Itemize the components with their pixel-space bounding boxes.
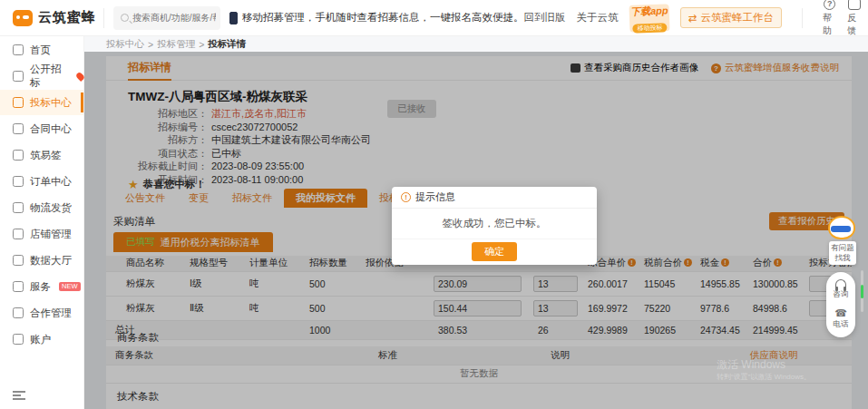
sidebar-item-logistics[interactable]: 物流发货 — [0, 195, 83, 220]
windows-watermark: 激活 Windows 转到“设置”以激活 Windows。 — [717, 358, 811, 384]
sidebar-item-bid-center[interactable]: 投标中心 — [0, 90, 83, 115]
sidebar-item-services[interactable]: 服务 NEW — [0, 274, 83, 299]
headset-icon — [835, 279, 846, 287]
logo-bee-icon — [13, 10, 33, 26]
notice-dialog: ! 提示信息 签收成功，您已中标。 确定 — [392, 187, 597, 265]
help-bubble-line2: 找我 — [829, 253, 856, 263]
breadcrumb-item[interactable]: 投标管理 — [157, 38, 195, 51]
consult-button[interactable]: 咨询 — [834, 279, 849, 300]
sidebar-nav: 首页 公开招标 投标中心 合同中心 筑易签 订单中心 物流发货 — [0, 36, 84, 409]
feedback-button[interactable]: 反馈 — [847, 0, 861, 37]
download-app-badge[interactable]: 下载app 移动投标 — [629, 4, 669, 33]
feedback-icon — [848, 0, 861, 10]
sidebar-item-order-center[interactable]: 订单中心 — [0, 169, 83, 194]
new-badge: NEW — [59, 282, 81, 291]
workbench-pill[interactable]: ⇄ 云筑蜜蜂工作台 — [680, 7, 782, 28]
promo-banner: 移动招募管理，手机随时查看招募信息，一键报名高效便捷。 — [229, 11, 524, 24]
sidebar-item-label: 店铺管理 — [30, 228, 72, 241]
breadcrumb-separator: > — [199, 39, 204, 50]
contact-pill: 咨询 ☎ 电话 — [826, 272, 855, 337]
dialog-message: 签收成功，您已中标。 — [392, 209, 597, 239]
shop-icon — [13, 229, 24, 239]
sidebar-item-public-bidding[interactable]: 公开招标 — [0, 63, 83, 89]
sidebar-item-account[interactable]: 账户 — [0, 326, 83, 352]
data-icon — [13, 255, 24, 266]
sidebar-item-label: 合同中心 — [30, 122, 72, 136]
dialog-footer: 确定 — [392, 239, 597, 263]
workbench-label: 云筑蜜蜂工作台 — [701, 11, 775, 24]
sidebar-item-shop-management[interactable]: 店铺管理 — [0, 221, 83, 247]
download-app-label: 下载app — [629, 4, 669, 18]
target-icon — [13, 97, 24, 108]
back-to-old-link[interactable]: 回到旧版 — [524, 11, 566, 24]
sidebar-item-label: 物流发货 — [30, 201, 72, 215]
dialog-title: 提示信息 — [415, 190, 455, 204]
search-icon — [121, 14, 129, 22]
phone-label: 电话 — [834, 319, 849, 330]
sidebar-item-label: 数据大厅 — [30, 254, 72, 268]
help-bubble[interactable]: 有问题 找我 — [829, 241, 856, 265]
widget-scrollbar[interactable] — [861, 270, 863, 312]
sidebar-item-label: 投标中心 — [30, 96, 72, 110]
sidebar-item-label: 合作管理 — [30, 307, 72, 320]
help-icon: ? — [824, 0, 835, 10]
sidebar-item-esign[interactable]: 筑易签 — [0, 142, 83, 168]
feedback-label: 反馈 — [847, 12, 861, 37]
confirm-button[interactable]: 确定 — [472, 242, 517, 261]
global-search[interactable] — [113, 6, 220, 30]
sidebar-item-label: 订单中心 — [30, 175, 72, 189]
top-header: 云筑蜜蜂 移动招募管理，手机随时查看招募信息，一键报名高效便捷。 回到旧版 关于… — [0, 0, 868, 36]
sidebar-item-cooperation[interactable]: 合作管理 — [0, 300, 83, 326]
watermark-line2: 转到“设置”以激活 Windows。 — [717, 371, 811, 384]
sidebar-item-label: 筑易签 — [30, 149, 62, 162]
person-icon — [13, 334, 24, 345]
service-icon — [13, 281, 24, 292]
promo-banner-text: 移动招募管理，手机随时查看招募信息，一键报名高效便捷。 — [242, 11, 524, 24]
header-divider — [802, 8, 803, 28]
help-label: 帮助 — [823, 12, 836, 37]
phone-button[interactable]: ☎ 电话 — [834, 308, 849, 330]
sidebar-item-label: 账户 — [30, 333, 51, 346]
sidebar-collapse-icon[interactable] — [13, 391, 25, 400]
alert-info-icon: ! — [401, 192, 411, 202]
breadcrumb-separator: > — [148, 39, 153, 50]
help-button[interactable]: ? 帮助 — [823, 0, 836, 37]
logo-text: 云筑蜜蜂 — [38, 9, 96, 26]
home-icon — [13, 44, 24, 55]
document-icon — [13, 123, 24, 134]
sidebar-item-home[interactable]: 首页 — [0, 37, 83, 63]
dialog-header: ! 提示信息 — [392, 187, 597, 209]
header-divider — [103, 8, 104, 28]
app-logo[interactable]: 云筑蜜蜂 — [0, 9, 94, 26]
breadcrumb-item[interactable]: 投标中心 — [106, 38, 144, 51]
help-bubble-line1: 有问题 — [829, 243, 856, 253]
handshake-icon — [13, 307, 24, 318]
download-app-sublabel: 移动投标 — [632, 23, 667, 33]
search-input[interactable] — [132, 13, 216, 23]
sidebar-item-label: 服务 — [30, 280, 51, 294]
sidebar-item-label: 首页 — [30, 44, 51, 57]
service-widget: 有问题 找我 咨询 ☎ 电话 — [821, 216, 864, 337]
pen-icon — [13, 150, 24, 161]
app-root: 云筑蜜蜂 移动招募管理，手机随时查看招募信息，一键报名高效便捷。 回到旧版 关于… — [0, 0, 868, 409]
order-list-icon — [13, 176, 24, 187]
sidebar-item-contract-center[interactable]: 合同中心 — [0, 116, 83, 141]
briefcase-icon — [13, 71, 24, 82]
truck-icon — [13, 202, 24, 213]
swap-icon: ⇄ — [688, 12, 697, 24]
watermark-line1: 激活 Windows — [717, 358, 811, 371]
sidebar-item-data-hall[interactable]: 数据大厅 — [0, 248, 83, 273]
phone-icon: ☎ — [834, 308, 847, 317]
bee-mascot-icon[interactable] — [828, 216, 855, 239]
mobile-phone-icon — [229, 12, 238, 24]
about-link[interactable]: 关于云筑 — [577, 11, 619, 24]
sidebar-item-label: 公开招标 — [30, 63, 69, 90]
breadcrumb: 投标中心 > 投标管理 > 投标详情 — [84, 36, 868, 52]
header-right: 回到旧版 关于云筑 下载app 移动投标 ⇄ 云筑蜜蜂工作台 ? 帮助 反馈 会… — [524, 0, 868, 38]
breadcrumb-current: 投标详情 — [208, 38, 246, 51]
